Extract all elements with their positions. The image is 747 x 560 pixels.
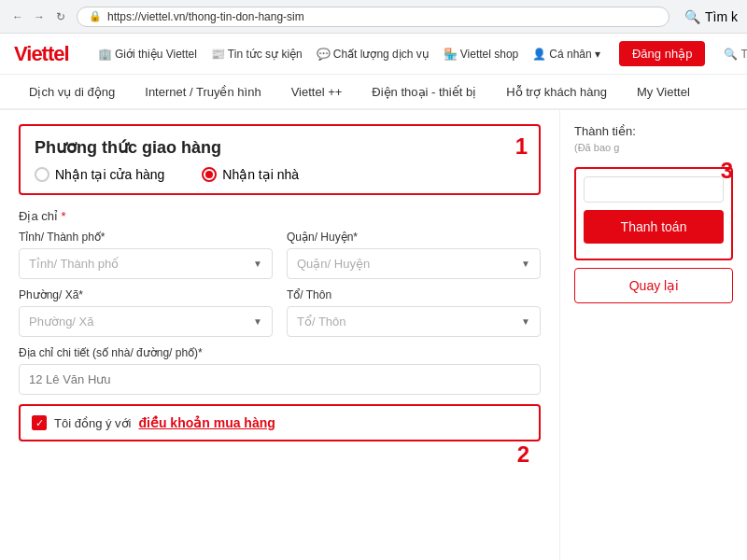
diachi-label: Địa chỉ chi tiết (số nhà/ đường/ phố)*: [19, 346, 541, 359]
lock-icon: 🔒: [89, 10, 102, 22]
content-area: Phương thức giao hàng 1 Nhận tại cửa hàn…: [0, 110, 747, 560]
delivery-title: Phương thức giao hàng: [35, 137, 525, 158]
delivery-section: Phương thức giao hàng 1 Nhận tại cửa hàn…: [19, 124, 541, 195]
delivery-home-label: Nhận tại nhà: [222, 167, 299, 182]
refresh-button[interactable]: ↻: [52, 8, 69, 25]
menu-item-viettelpp[interactable]: Viettel ++: [276, 75, 358, 110]
thon-select[interactable]: Tổ/ Thôn ▼: [287, 306, 541, 337]
news-label: Tin tức sự kiện: [228, 48, 303, 61]
menu-item-mobile[interactable]: Dịch vụ di động: [14, 75, 130, 110]
phuong-thon-row: Phường/ Xã* Phường/ Xã ▼ Tổ/ Thôn Tổ/ Th…: [19, 288, 541, 337]
back-button[interactable]: ←: [9, 8, 26, 25]
quan-placeholder: Quận/ Huyện: [297, 257, 370, 271]
quality-label: Chất lượng dịch vụ: [333, 48, 430, 61]
thon-label: Tổ/ Thôn: [287, 288, 541, 301]
checkmark-icon: ✓: [35, 417, 44, 429]
agreement-number: 2: [517, 441, 529, 468]
left-panel: Phương thức giao hàng 1 Nhận tại cửa hàn…: [0, 110, 560, 560]
tinh-placeholder: Tỉnh/ Thành phố: [29, 257, 119, 271]
phuong-select[interactable]: Phường/ Xã ▼: [19, 306, 273, 337]
phuong-placeholder: Phường/ Xã: [29, 315, 94, 329]
tinh-chevron-icon: ▼: [253, 259, 262, 269]
quality-icon: 💬: [317, 48, 331, 61]
radio-store[interactable]: [35, 167, 49, 182]
agreement-checkbox[interactable]: ✓: [32, 415, 47, 430]
personal-icon: 👤: [532, 48, 546, 61]
quaylai-button[interactable]: Quay lại: [574, 268, 733, 303]
viettel-logo: Viettel: [14, 42, 79, 66]
tinh-select[interactable]: Tỉnh/ Thành phố ▼: [19, 248, 273, 279]
search-icon: 🔍: [724, 48, 738, 61]
agreement-section: ✓ Tôi đồng ý với điều khoản mua hàng 2: [19, 404, 541, 441]
main-menu: Dịch vụ di động Internet / Truyền hình V…: [0, 75, 747, 110]
diachi-input[interactable]: [19, 364, 541, 395]
quan-col: Quận/ Huyện* Quận/ Huyện ▼: [287, 231, 541, 279]
address-label: Địa chỉ: [19, 209, 541, 223]
delivery-option-store[interactable]: Nhận tại cửa hàng: [35, 167, 164, 182]
thon-col: Tổ/ Thôn Tổ/ Thôn ▼: [287, 288, 541, 337]
agreement-text: Tôi đồng ý với: [54, 416, 131, 430]
tinh-quan-row: Tỉnh/ Thành phố* Tỉnh/ Thành phố ▼ Quận/…: [19, 231, 541, 279]
summary-label: Thành tiền:: [574, 124, 733, 138]
url-text: https://viettel.vn/thong-tin-don-hang-si…: [107, 10, 304, 23]
browser-controls: ← → ↻: [9, 8, 69, 25]
phuong-label: Phường/ Xã*: [19, 288, 273, 301]
nav-link-news[interactable]: 📰 Tin tức sự kiện: [211, 48, 303, 61]
top-search[interactable]: 🔍 Tìm k: [724, 48, 747, 61]
payment-box: 3 Thanh toán: [574, 167, 733, 260]
personal-label: Cá nhân ▾: [549, 48, 600, 61]
tinh-col: Tỉnh/ Thành phố* Tỉnh/ Thành phố ▼: [19, 231, 273, 279]
payment-number: 3: [721, 158, 733, 184]
introduce-label: Giới thiệu Viettel: [115, 48, 197, 61]
thanhtoan-button[interactable]: Thanh toán: [584, 210, 724, 244]
agreement-link[interactable]: điều khoản mua hàng: [138, 415, 275, 430]
menu-item-phone[interactable]: Điện thoại - thiết bị: [357, 75, 491, 110]
search-label: Tìm k: [705, 9, 738, 24]
browser-bar: ← → ↻ 🔒 https://viettel.vn/thong-tin-don…: [0, 0, 747, 34]
search-area: 🔍 Tìm k: [684, 9, 738, 24]
search-text: Tìm k: [741, 48, 748, 61]
news-icon: 📰: [211, 48, 225, 61]
address-bar[interactable]: 🔒 https://viettel.vn/thong-tin-don-hang-…: [77, 7, 669, 27]
forward-button[interactable]: →: [31, 8, 48, 25]
summary-note: (Đã bao g: [574, 142, 733, 153]
delivery-store-label: Nhận tại cửa hàng: [55, 167, 164, 182]
radio-home-inner: [205, 171, 213, 178]
detail-address-row: Địa chỉ chi tiết (số nhà/ đường/ phố)*: [19, 346, 541, 395]
menu-item-myviettel[interactable]: My Viettel: [622, 75, 705, 110]
shop-label: Viettel shop: [460, 48, 519, 61]
nav-link-personal[interactable]: 👤 Cá nhân ▾: [532, 48, 600, 61]
quan-chevron-icon: ▼: [521, 259, 530, 269]
nav-link-shop[interactable]: 🏪 Viettel shop: [444, 48, 519, 61]
introduce-icon: 🏢: [98, 48, 112, 61]
detail-address-col: Địa chỉ chi tiết (số nhà/ đường/ phố)*: [19, 346, 541, 395]
menu-item-support[interactable]: Hỗ trợ khách hàng: [491, 75, 622, 110]
delivery-option-home[interactable]: Nhận tại nhà: [202, 167, 299, 182]
phuong-col: Phường/ Xã* Phường/ Xã ▼: [19, 288, 273, 337]
login-button[interactable]: Đăng nhập: [619, 41, 705, 66]
quan-select[interactable]: Quận/ Huyện ▼: [287, 248, 541, 279]
nav-link-introduce[interactable]: 🏢 Giới thiệu Viettel: [98, 48, 197, 61]
top-nav-links: 🏢 Giới thiệu Viettel 📰 Tin tức sự kiện 💬…: [98, 48, 600, 61]
address-form: Địa chỉ Tỉnh/ Thành phố* Tỉnh/ Thành phố…: [19, 209, 541, 395]
delivery-options: Nhận tại cửa hàng Nhận tại nhà: [35, 167, 525, 182]
delivery-number: 1: [515, 133, 528, 160]
tinh-label: Tỉnh/ Thành phố*: [19, 231, 273, 244]
thon-chevron-icon: ▼: [521, 316, 530, 327]
viettel-top-nav: Viettel 🏢 Giới thiệu Viettel 📰 Tin tức s…: [0, 34, 747, 75]
shop-icon: 🏪: [444, 48, 458, 61]
radio-home[interactable]: [202, 167, 217, 182]
menu-item-internet[interactable]: Internet / Truyền hình: [130, 75, 275, 110]
payment-input[interactable]: [584, 176, 724, 203]
thon-placeholder: Tổ/ Thôn: [297, 315, 346, 329]
nav-link-quality[interactable]: 💬 Chất lượng dịch vụ: [317, 48, 430, 61]
right-panel: Thành tiền: (Đã bao g 3 Thanh toán Quay …: [560, 110, 747, 560]
phuong-chevron-icon: ▼: [253, 316, 262, 327]
quan-label: Quận/ Huyện*: [287, 231, 541, 244]
search-icon: 🔍: [684, 9, 700, 24]
